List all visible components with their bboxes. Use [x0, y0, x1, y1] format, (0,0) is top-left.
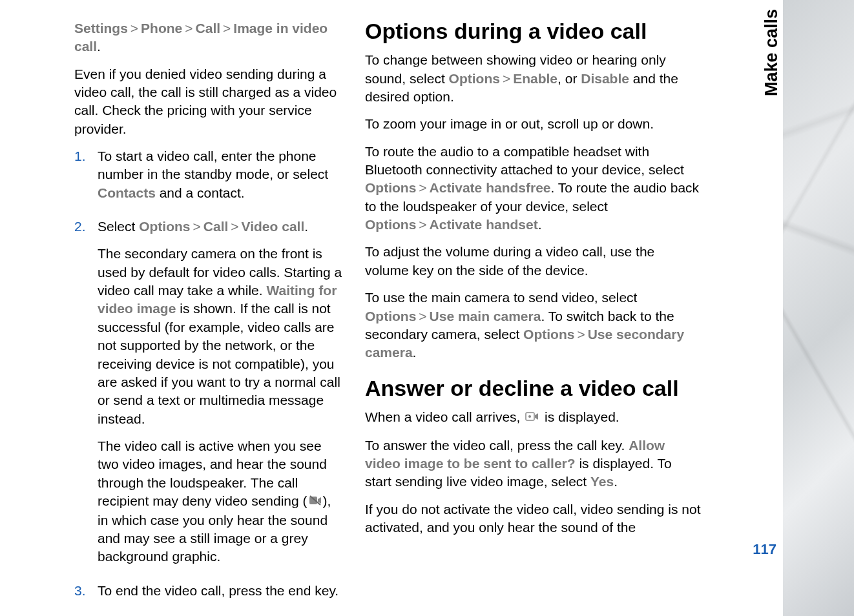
step-2-line1: Select Options>Call>Video call.	[98, 218, 342, 236]
answer-p1: When a video call arrives, is displayed.	[365, 408, 701, 427]
chevron-right-icon: >	[416, 180, 429, 195]
svg-point-3	[528, 415, 531, 418]
step-1-text: To start a video call, enter the phone n…	[98, 147, 342, 202]
text: Select	[98, 219, 139, 234]
answer-p3: If you do not activate the video call, v…	[365, 500, 701, 537]
step-number: 2.	[74, 218, 98, 575]
step-2-p2: The secondary camera on the front is use…	[98, 245, 342, 427]
text: is displayed.	[541, 409, 619, 424]
breadcrumb: Settings>Phone>Call>Image in video call.	[74, 19, 342, 56]
text: is shown. If the call is not successful …	[98, 301, 340, 426]
heading-options-during-video-call: Options during a video call	[365, 19, 701, 43]
chevron-right-icon: >	[500, 71, 513, 86]
contacts-label: Contacts	[98, 185, 156, 200]
left-column: Settings>Phone>Call>Image in video call.…	[0, 19, 342, 616]
text: To answer the video call, press the call…	[365, 438, 629, 453]
section-tab: Make calls	[760, 0, 783, 616]
options-label: Options	[365, 217, 416, 232]
options-label: Options	[523, 327, 574, 342]
options-p4: To adjust the volume during a video call…	[365, 243, 701, 280]
activate-handsfree-label: Activate handsfree	[430, 180, 551, 195]
intro-paragraph: Even if you denied video sending during …	[74, 65, 342, 138]
options-p5: To use the main camera to send video, se…	[365, 289, 701, 362]
call-label: Call	[203, 219, 229, 234]
page-number: 117	[753, 541, 776, 558]
text: and a contact.	[156, 185, 245, 200]
options-p3: To route the audio to a compatible heads…	[365, 143, 701, 234]
text: .	[538, 217, 542, 232]
step-body: To start a video call, enter the phone n…	[98, 147, 342, 211]
activate-handset-label: Activate handset	[430, 217, 538, 232]
decorative-edge-graphic	[783, 0, 854, 616]
video-call-icon	[525, 409, 539, 427]
step-number: 3.	[74, 582, 98, 609]
step-2-p3: The video call is active when you see tw…	[98, 437, 342, 566]
page-body: Settings>Phone>Call>Image in video call.…	[0, 0, 765, 616]
step-number: 1.	[74, 147, 98, 211]
text: To route the audio to a compatible heads…	[365, 144, 684, 177]
chevron-right-icon: >	[574, 327, 587, 342]
options-p2: To zoom your image in or out, scroll up …	[365, 115, 701, 133]
text: .	[413, 345, 417, 360]
chevron-right-icon: >	[220, 21, 233, 36]
yes-label: Yes	[590, 474, 614, 489]
breadcrumb-phone: Phone	[141, 21, 182, 36]
text: To use the main camera to send video, se…	[365, 290, 637, 305]
chevron-right-icon: >	[191, 219, 203, 234]
step-2: 2. Select Options>Call>Video call. The s…	[74, 218, 342, 575]
disable-label: Disable	[581, 71, 629, 86]
breadcrumb-settings: Settings	[74, 21, 128, 36]
chevron-right-icon: >	[128, 21, 141, 36]
chevron-right-icon: >	[416, 217, 429, 232]
chevron-right-icon: >	[228, 219, 241, 234]
heading-answer-decline: Answer or decline a video call	[365, 376, 701, 400]
video-call-label: Video call	[242, 219, 305, 234]
steps-list: 1. To start a video call, enter the phon…	[74, 147, 342, 609]
options-p1: To change between showing video or heari…	[365, 51, 701, 106]
video-denied-icon	[309, 493, 322, 511]
step-body: To end the video call, press the end key…	[98, 582, 342, 609]
options-label: Options	[139, 219, 190, 234]
answer-p2: To answer the video call, press the call…	[365, 436, 701, 491]
options-label: Options	[449, 71, 500, 86]
text: When a video call arrives,	[365, 409, 524, 424]
options-label: Options	[365, 309, 416, 323]
chevron-right-icon: >	[182, 21, 195, 36]
text: .	[304, 219, 308, 234]
breadcrumb-call: Call	[196, 21, 221, 36]
text: .	[614, 474, 618, 489]
section-tab-label: Make calls	[762, 9, 782, 96]
enable-label: Enable	[513, 71, 557, 86]
step-3-text: To end the video call, press the end key…	[98, 582, 342, 600]
step-body: Select Options>Call>Video call. The seco…	[98, 218, 342, 575]
step-1: 1. To start a video call, enter the phon…	[74, 147, 342, 211]
text: The video call is active when you see tw…	[98, 438, 327, 508]
breadcrumb-end: .	[97, 39, 101, 54]
step-3: 3. To end the video call, press the end …	[74, 582, 342, 609]
chevron-right-icon: >	[416, 309, 429, 323]
options-label: Options	[365, 180, 416, 195]
text: , or	[557, 71, 581, 86]
text: To start a video call, enter the phone n…	[98, 149, 328, 181]
right-column: Options during a video call To change be…	[359, 19, 701, 616]
use-main-camera-label: Use main camera	[430, 309, 541, 323]
